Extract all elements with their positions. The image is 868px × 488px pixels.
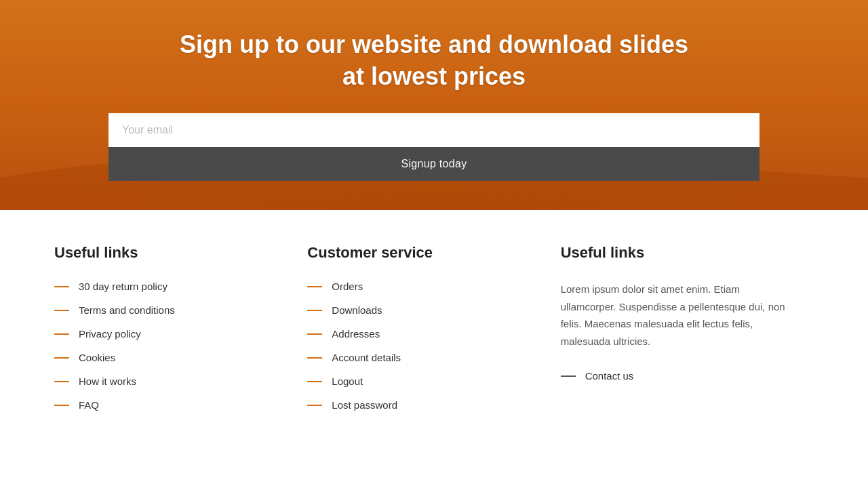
list-item: Privacy policy — [54, 328, 280, 340]
dash-icon — [54, 286, 69, 287]
footer-col1-links: 30 day return policy Terms and condition… — [54, 281, 280, 411]
footer-link-orders[interactable]: Orders — [332, 281, 363, 292]
dash-icon — [54, 381, 69, 382]
list-item: Account details — [307, 352, 533, 363]
hero-title: Sign up to our website and download slid… — [108, 29, 760, 93]
footer-link-account-details[interactable]: Account details — [332, 352, 401, 363]
dash-icon — [54, 405, 69, 406]
footer-col-useful-links-1: Useful links 30 day return policy Terms … — [54, 244, 307, 423]
footer-link-contact[interactable]: Contact us — [561, 370, 787, 382]
list-item: How it works — [54, 375, 280, 387]
footer-link-lost-password[interactable]: Lost password — [332, 399, 397, 411]
footer-link-privacy[interactable]: Privacy policy — [79, 328, 141, 340]
dash-icon — [561, 375, 576, 377]
footer-link-faq[interactable]: FAQ — [79, 399, 99, 411]
footer-link-how-it-works[interactable]: How it works — [79, 375, 136, 387]
dash-icon — [307, 333, 322, 335]
list-item: Terms and conditions — [54, 304, 280, 316]
list-item: Cookies — [54, 352, 280, 363]
dash-icon — [54, 333, 69, 335]
list-item: FAQ — [54, 399, 280, 411]
footer-col2-title: Customer service — [307, 244, 533, 262]
signup-button[interactable]: Signup today — [108, 147, 760, 181]
list-item: 30 day return policy — [54, 281, 280, 292]
footer-link-logout[interactable]: Logout — [332, 375, 363, 387]
list-item: Logout — [307, 375, 533, 387]
footer-link-downloads[interactable]: Downloads — [332, 304, 382, 316]
dash-icon — [54, 310, 69, 311]
footer-link-cookies[interactable]: Cookies — [79, 352, 115, 363]
footer-link-return-policy[interactable]: 30 day return policy — [79, 281, 167, 292]
footer-link-terms[interactable]: Terms and conditions — [79, 304, 175, 316]
dash-icon — [307, 357, 322, 359]
dash-icon — [307, 381, 322, 382]
footer-col-useful-links-2: Useful links Lorem ipsum dolor sit amet … — [561, 244, 814, 423]
dash-icon — [307, 405, 322, 406]
email-input[interactable] — [108, 113, 760, 147]
hero-section: Sign up to our website and download slid… — [0, 0, 868, 210]
footer-link-addresses[interactable]: Addresses — [332, 328, 380, 340]
footer-col-customer-service: Customer service Orders Downloads Addres… — [307, 244, 560, 423]
footer-col2-links: Orders Downloads Addresses Account detai… — [307, 281, 533, 411]
dash-icon — [307, 310, 322, 311]
footer-col3-description: Lorem ipsum dolor sit amet enim. Etiam u… — [561, 281, 787, 350]
footer-col3-title: Useful links — [561, 244, 787, 262]
list-item: Addresses — [307, 328, 533, 340]
footer-section: Useful links 30 day return policy Terms … — [0, 210, 868, 464]
dash-icon — [54, 357, 69, 359]
list-item: Lost password — [307, 399, 533, 411]
list-item: Orders — [307, 281, 533, 292]
dash-icon — [307, 286, 322, 287]
footer-col1-title: Useful links — [54, 244, 280, 262]
list-item: Downloads — [307, 304, 533, 316]
hero-content: Sign up to our website and download slid… — [108, 29, 760, 181]
